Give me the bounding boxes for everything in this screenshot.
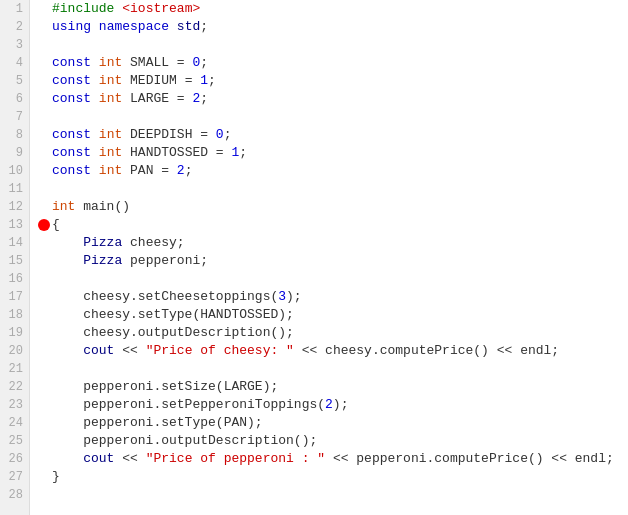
line-number: 3 [0,36,29,54]
breakpoint-marker[interactable] [38,219,50,231]
code-line: const int SMALL = 0; [38,54,628,72]
token-plain: << pepperoni.computePrice() << endl; [325,450,614,468]
code-line [38,180,628,198]
token-kw-std: cout [83,450,114,468]
token-plain [91,90,99,108]
token-kw-std: cout [83,342,114,360]
token-kw-namespace: namespace [99,18,169,36]
token-kw-int: int [99,162,122,180]
token-kw-const: const [52,54,91,72]
code-line: pepperoni.setPepperoniToppings(2); [38,396,628,414]
line-number: 19 [0,324,29,342]
token-plain: pepperoni.outputDescription(); [52,432,317,450]
token-string: "Price of pepperoni : " [146,450,325,468]
line-number: 23 [0,396,29,414]
line-number: 2 [0,18,29,36]
token-plain [52,234,83,252]
code-line: cheesy.outputDescription(); [38,324,628,342]
token-plain: PAN = [122,162,177,180]
token-plain: cheesy.setType(HANDTOSSED); [52,306,294,324]
token-plain: << [114,450,145,468]
token-plain: ; [208,72,216,90]
line-number: 10 [0,162,29,180]
token-plain: ; [200,18,208,36]
line-number: 22 [0,378,29,396]
line-number: 14 [0,234,29,252]
token-plain: << [114,342,145,360]
code-line: const int LARGE = 2; [38,90,628,108]
token-plain: ; [224,126,232,144]
code-lines[interactable]: #include <iostream>using namespace std;c… [30,0,628,515]
token-plain [114,0,122,18]
code-line: const int DEEPDISH = 0; [38,126,628,144]
line-numbers: 1234567891011121314151617181920212223242… [0,0,30,515]
code-line: cheesy.setCheesetoppings(3); [38,288,628,306]
code-line: Pizza cheesy; [38,234,628,252]
token-plain: main() [75,198,130,216]
code-line: pepperoni.setSize(LARGE); [38,378,628,396]
line-number: 12 [0,198,29,216]
code-line: using namespace std; [38,18,628,36]
code-line: cout << "Price of cheesy: " << cheesy.co… [38,342,628,360]
line-number: 9 [0,144,29,162]
token-plain: pepperoni; [122,252,208,270]
token-number: 1 [200,72,208,90]
token-plain: ); [286,288,302,306]
code-line: pepperoni.setType(PAN); [38,414,628,432]
line-number: 16 [0,270,29,288]
line-number: 28 [0,486,29,504]
token-number: 0 [216,126,224,144]
line-number: 27 [0,468,29,486]
token-kw-int: int [99,90,122,108]
token-plain [91,72,99,90]
line-number: 20 [0,342,29,360]
line-number: 6 [0,90,29,108]
token-kw-using: using [52,18,91,36]
token-plain: ); [333,396,349,414]
token-kw-const: const [52,126,91,144]
token-plain [91,54,99,72]
code-line: cheesy.setType(HANDTOSSED); [38,306,628,324]
token-plain: cheesy.setCheesetoppings( [52,288,278,306]
token-plain: << cheesy.computePrice() << endl; [294,342,559,360]
line-number: 8 [0,126,29,144]
code-line: cout << "Price of pepperoni : " << peppe… [38,450,628,468]
line-number: 7 [0,108,29,126]
line-number: 11 [0,180,29,198]
token-plain: ; [200,90,208,108]
token-number: 1 [231,144,239,162]
token-number: 3 [278,288,286,306]
code-line: Pizza pepperoni; [38,252,628,270]
code-line: const int HANDTOSSED = 1; [38,144,628,162]
token-plain: pepperoni.setSize(LARGE); [52,378,278,396]
line-number: 13 [0,216,29,234]
token-plain [91,144,99,162]
token-number: 0 [192,54,200,72]
token-plain: HANDTOSSED = [122,144,231,162]
line-number: 21 [0,360,29,378]
token-kw-const: const [52,144,91,162]
token-kw-const: const [52,162,91,180]
token-plain [52,252,83,270]
token-plain [169,18,177,36]
line-number: 1 [0,0,29,18]
token-plain: SMALL = [122,54,192,72]
code-line [38,108,628,126]
token-plain: } [52,468,60,486]
token-kw-int: int [99,144,122,162]
token-kw-int: int [99,126,122,144]
token-plain: pepperoni.setType(PAN); [52,414,263,432]
token-number: 2 [325,396,333,414]
code-line [38,360,628,378]
code-editor: 1234567891011121314151617181920212223242… [0,0,628,515]
token-plain: pepperoni.setPepperoniToppings( [52,396,325,414]
code-line: int main() [38,198,628,216]
code-line: #include <iostream> [38,0,628,18]
token-plain [91,162,99,180]
line-number: 5 [0,72,29,90]
token-plain: DEEPDISH = [122,126,216,144]
code-line: const int MEDIUM = 1; [38,72,628,90]
line-number: 4 [0,54,29,72]
token-number: 2 [192,90,200,108]
token-plain: MEDIUM = [122,72,200,90]
